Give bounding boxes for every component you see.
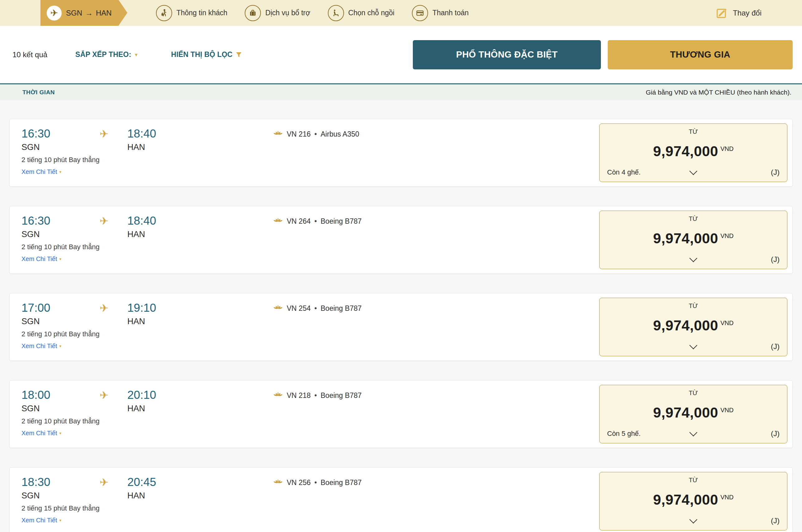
flight-info: VN 264 • Boeing B787 [273,217,362,226]
step-label: Dịch vụ bổ trợ [265,9,310,17]
step-flight-selection-active[interactable]: ✈ SGN → HAN [40,0,119,26]
premium-economy-button[interactable]: PHỔ THÔNG ĐẶC BIỆT [413,40,601,69]
price-from-label: TỪ [607,390,780,397]
bullet-separator: • [314,478,317,487]
fare-class: (J) [699,255,780,264]
flight-card: 18:00 SGN ✈ 20:10 HAN 2 tiếng 10 phút Ba… [10,380,792,448]
fare-class: (J) [699,516,780,525]
expand-chevron-icon[interactable] [687,168,699,176]
price-box[interactable]: TỪ 9,974,000VND Còn 5 ghế. (J) [599,385,787,443]
bullet-separator: • [314,217,317,226]
price-value: 9,974,000 [653,143,718,159]
sort-dropdown[interactable]: SẮP XẾP THEO: ▼ [75,51,138,59]
price-box[interactable]: TỪ 9,974,000VND (J) [599,298,787,356]
currency-label: VND [721,406,733,414]
step-ancillary-services[interactable]: Dịch vụ bổ trợ [245,5,310,21]
bullet-separator: • [314,130,317,138]
arrival-airport: HAN [127,317,186,326]
step-passenger-info[interactable]: Thông tin khách [156,5,227,21]
aircraft-type: Airbus A350 [321,130,359,138]
cabin-class-buttons: PHỔ THÔNG ĐẶC BIỆT THƯƠNG GIA [413,40,792,69]
price-from-label: TỪ [607,215,780,223]
caret-down-icon: ▾ [59,431,61,435]
price-value: 9,974,000 [653,230,718,246]
fare-class: (J) [699,429,780,438]
show-filters-button[interactable]: HIỂN THỊ BỘ LỌC [171,51,242,59]
price-from-label: TỪ [607,477,780,484]
fare-class: (J) [699,168,780,177]
airline-lotus-icon [273,130,283,138]
arrival-block: 18:40 HAN [127,215,186,239]
departure-airport: SGN [21,491,80,500]
aircraft-type: Boeing B787 [321,217,362,226]
currency-label: VND [721,494,733,500]
results-header: 10 kết quả SẮP XẾP THEO: ▼ HIỂN THỊ BỘ L… [0,26,802,83]
price-note: Giá bằng VND và MỘT CHIỀU (theo hành khá… [646,89,791,96]
bullet-separator: • [314,392,317,400]
step-label: Chọn chỗ ngồi [348,9,395,17]
departure-time: 17:00 [21,302,80,314]
flight-info: VN 254 • Boeing B787 [273,304,362,313]
departure-block: 18:30 SGN [21,476,80,500]
departure-time: 16:30 [21,215,80,227]
flight-info: VN 256 • Boeing B787 [273,478,362,487]
departure-airport: SGN [21,230,80,239]
departure-time: 18:00 [21,389,80,401]
arrival-block: 19:10 HAN [127,302,186,326]
price-box[interactable]: TỪ 9,974,000VND (J) [599,472,787,530]
price-box-footer: (J) [607,515,780,526]
change-search-button[interactable]: Thay đổi [715,6,762,20]
price-row: 9,974,000VND [607,144,780,158]
step-payment[interactable]: Thanh toán [412,5,469,21]
arrival-time: 18:40 [127,128,186,139]
expand-chevron-icon[interactable] [687,517,699,525]
price-box[interactable]: TỪ 9,974,000VND Còn 4 ghế. (J) [599,124,787,182]
plane-circle-icon: ✈ [47,6,62,21]
arrival-time: 18:40 [127,215,186,227]
details-label: Xem Chi Tiết [21,343,57,350]
expand-chevron-icon[interactable] [687,343,699,350]
step-seat-selection[interactable]: Chọn chỗ ngồi [328,5,395,21]
currency-label: VND [721,232,733,239]
step-label: Thông tin khách [177,9,227,17]
view-details-link[interactable]: Xem Chi Tiết ▾ [21,168,61,175]
flight-number: VN 218 [287,392,311,400]
briefcase-icon [245,5,261,21]
aircraft-type: Boeing B787 [321,392,362,400]
caret-down-icon: ▾ [59,257,61,261]
expand-chevron-icon[interactable] [687,255,699,264]
plane-icon: ✈ [80,476,127,500]
route-to: HAN [96,9,112,17]
departure-airport: SGN [21,142,80,152]
plane-icon: ✈ [80,389,127,414]
view-details-link[interactable]: Xem Chi Tiết ▾ [21,517,61,524]
price-row: 9,974,000VND [607,231,780,245]
price-box[interactable]: TỪ 9,974,000VND (J) [599,211,787,269]
price-row: 9,974,000VND [607,493,780,507]
plane-icon: ✈ [80,302,127,326]
expand-chevron-icon[interactable] [687,430,699,438]
price-box-footer: (J) [607,254,780,265]
arrival-time: 19:10 [127,302,186,314]
details-label: Xem Chi Tiết [21,255,57,263]
departure-block: 16:30 SGN [21,128,80,152]
flight-info: VN 216 • Airbus A350 [273,130,359,138]
airline-lotus-icon [273,304,283,313]
arrival-airport: HAN [127,404,186,414]
fare-class: (J) [699,342,780,351]
currency-label: VND [721,320,733,326]
flight-number: VN 216 [287,130,311,138]
arrival-time: 20:45 [127,476,186,488]
flight-number: VN 256 [287,478,311,487]
flight-info: VN 218 • Boeing B787 [273,391,362,400]
sort-label: SẮP XẾP THEO: [75,51,131,59]
view-details-link[interactable]: Xem Chi Tiết ▾ [21,430,61,437]
caret-down-icon: ▾ [59,344,61,348]
view-details-link[interactable]: Xem Chi Tiết ▾ [21,343,61,350]
seats-left: Còn 5 ghế. [607,430,687,438]
route-arrow-icon: → [85,9,93,17]
arrival-block: 20:45 HAN [127,476,186,500]
business-class-button[interactable]: THƯƠNG GIA [608,40,792,69]
airline-lotus-icon [273,478,283,487]
view-details-link[interactable]: Xem Chi Tiết ▾ [21,255,61,263]
